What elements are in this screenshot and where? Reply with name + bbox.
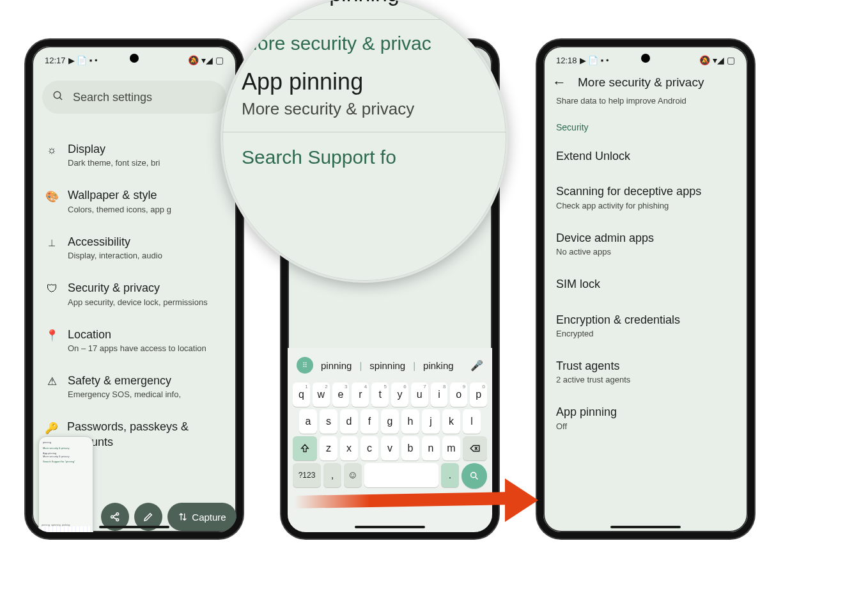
- magnifier-overlay: pinning More security & privac App pinni…: [221, 0, 508, 283]
- key-k[interactable]: k: [442, 409, 460, 434]
- item-title: Scanning for deceptive apps: [556, 184, 735, 199]
- key-f[interactable]: f: [360, 409, 378, 434]
- key-d[interactable]: d: [340, 409, 358, 434]
- suggestion-1[interactable]: pinning: [321, 360, 352, 371]
- key-o[interactable]: o9: [450, 382, 467, 407]
- key-n[interactable]: n: [422, 436, 440, 461]
- setting-title: Wallpaper & style: [68, 188, 171, 203]
- keyboard-row-1: q1w2e3r4t5y6u7i8o9p0: [293, 382, 487, 407]
- item-sub: Check app activity for phishing: [556, 201, 735, 210]
- svg-line-1: [59, 97, 62, 100]
- security-item[interactable]: App pinningOff: [543, 395, 748, 441]
- setting-title: Location: [68, 327, 206, 342]
- gboard-menu-icon[interactable]: ⠿: [297, 357, 313, 374]
- keyboard-row-3: zxcvbnm: [293, 436, 487, 461]
- security-item[interactable]: Extend Unlock: [543, 139, 748, 174]
- thumb-keyboard: [42, 526, 90, 539]
- setting-display[interactable]: ☼ Display Dark theme, font size, bri: [32, 132, 236, 178]
- capture-button[interactable]: Capture: [167, 503, 236, 531]
- shift-key[interactable]: [293, 436, 317, 461]
- key-b[interactable]: b: [401, 436, 419, 461]
- key-h[interactable]: h: [401, 409, 419, 434]
- keyboard-row-2: asdfghjkl: [293, 409, 487, 434]
- brightness-icon: ☼: [45, 143, 59, 157]
- status-right-icons: 🔕 ▾◢ ▢: [699, 55, 735, 65]
- status-bar: 12:17 ▶ 📄 ▪ • 🔕 ▾◢ ▢: [32, 46, 236, 69]
- setting-title: Display: [68, 142, 160, 157]
- setting-accessibility[interactable]: ⟂ Accessibility Display, interaction, au…: [32, 225, 236, 271]
- key-p[interactable]: p0: [470, 382, 487, 407]
- key-y[interactable]: y6: [391, 382, 408, 407]
- key-s[interactable]: s: [320, 409, 337, 434]
- key-e[interactable]: e3: [332, 382, 350, 407]
- key-c[interactable]: c: [360, 436, 378, 461]
- divider: [222, 19, 506, 20]
- security-item[interactable]: SIM lock: [543, 267, 748, 302]
- item-title: SIM lock: [556, 277, 735, 292]
- item-title: Device admin apps: [556, 231, 735, 246]
- suggestion-2[interactable]: spinning: [369, 360, 405, 371]
- backspace-key[interactable]: [463, 436, 487, 461]
- key-q[interactable]: q1: [293, 382, 310, 407]
- setting-sub: On – 17 apps have access to location: [68, 343, 206, 353]
- item-sub: Off: [556, 422, 735, 431]
- setting-security-privacy[interactable]: 🛡 Security & privacy App security, devic…: [32, 271, 236, 317]
- emergency-icon: ⚠: [45, 375, 59, 389]
- key-i[interactable]: i8: [431, 382, 448, 407]
- setting-sub: Colors, themed icons, app g: [68, 205, 171, 214]
- search-settings[interactable]: Search settings: [42, 81, 226, 114]
- svg-point-0: [54, 91, 61, 98]
- key-z[interactable]: z: [320, 436, 337, 461]
- item-title: Trust agents: [556, 359, 735, 374]
- security-item[interactable]: Encryption & credentialsEncrypted: [543, 303, 748, 349]
- svg-line-6: [113, 517, 116, 519]
- setting-safety[interactable]: ⚠ Safety & emergency Emergency SOS, medi…: [32, 363, 236, 409]
- key-t[interactable]: t5: [371, 382, 389, 407]
- palette-icon: 🎨: [45, 189, 59, 203]
- gesture-handle[interactable]: [610, 526, 681, 528]
- mag-result-title[interactable]: App pinning: [242, 68, 487, 95]
- gesture-handle[interactable]: [355, 526, 425, 528]
- thumb-result-sub: More security & privacy: [43, 455, 89, 458]
- setting-title: Safety & emergency: [68, 374, 181, 388]
- key-u[interactable]: u7: [411, 382, 428, 407]
- item-sub: Encrypted: [556, 329, 735, 338]
- setting-location[interactable]: 📍 Location On – 17 apps have access to l…: [32, 317, 236, 363]
- settings-list: ☼ Display Dark theme, font size, bri 🎨 W…: [32, 120, 236, 460]
- setting-wallpaper[interactable]: 🎨 Wallpaper & style Colors, themed icons…: [32, 178, 236, 224]
- key-x[interactable]: x: [340, 436, 358, 461]
- security-item[interactable]: Trust agents2 active trust agents: [543, 349, 748, 395]
- key-j[interactable]: j: [422, 409, 440, 434]
- mag-section-label: More security & privac: [242, 33, 487, 54]
- thumb-query: pinning: [43, 441, 89, 444]
- phone-settings-main: 12:17 ▶ 📄 ▪ • 🔕 ▾◢ ▢ Search settings ☼ D…: [26, 40, 243, 539]
- status-right-icons: 🔕 ▾◢ ▢: [188, 55, 224, 65]
- thumb-suggest: spinning: [51, 523, 61, 526]
- setting-title: Accessibility: [68, 235, 162, 249]
- key-l[interactable]: l: [463, 409, 481, 434]
- suggestion-row: ⠿ pinning | spinning | pinking 🎤: [291, 354, 488, 380]
- item-title: Encryption & credentials: [556, 313, 735, 327]
- key-w[interactable]: w2: [313, 382, 330, 407]
- key-a[interactable]: a: [299, 409, 317, 434]
- key-r[interactable]: r4: [352, 382, 369, 407]
- key-g[interactable]: g: [381, 409, 399, 434]
- location-icon: 📍: [45, 329, 59, 343]
- gesture-handle[interactable]: [99, 526, 169, 528]
- thumb-section: More security & privacy: [43, 446, 89, 450]
- key-m[interactable]: m: [442, 436, 460, 461]
- item-title: Extend Unlock: [556, 149, 735, 164]
- divider: |: [413, 360, 415, 371]
- suggestion-3[interactable]: pinking: [423, 360, 454, 371]
- mic-icon[interactable]: 🎤: [470, 359, 483, 372]
- security-item[interactable]: Device admin appsNo active apps: [543, 221, 748, 267]
- key-icon: 🔑: [45, 421, 58, 435]
- divider: |: [359, 360, 362, 371]
- back-icon[interactable]: ←: [552, 74, 566, 91]
- screenshot-thumbnail[interactable]: pinning More security & privacy App pinn…: [38, 436, 93, 539]
- key-v[interactable]: v: [381, 436, 399, 461]
- keyboard-row-3-letters: zxcvbnm: [320, 436, 460, 461]
- mag-search-query: pinning: [242, 0, 487, 6]
- security-item[interactable]: Scanning for deceptive appsCheck app act…: [543, 174, 748, 220]
- mag-support-label[interactable]: Search Support fo: [242, 146, 487, 168]
